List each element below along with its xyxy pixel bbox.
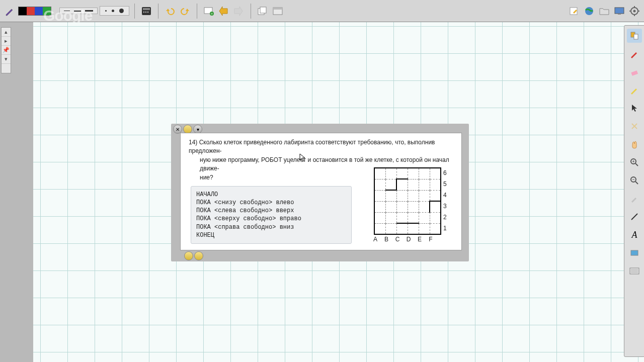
line-style-picker[interactable] (100, 6, 129, 16)
next-page-icon[interactable] (232, 5, 246, 18)
paper-frame[interactable]: ✕ ▾ 14) Сколько клеток приведенного лаби… (171, 124, 469, 261)
monitor-icon[interactable] (613, 5, 626, 18)
maze-row-1: 1 (443, 225, 447, 232)
svg-rect-34 (630, 268, 639, 274)
swatch-black[interactable] (19, 7, 27, 15)
maze-row-6: 6 (443, 169, 447, 176)
color-picker[interactable] (18, 7, 51, 16)
left-sidebar: ▴ ▸ 📌 ▾ (0, 22, 33, 362)
window-icon[interactable] (271, 5, 284, 18)
maze-grid: 6 5 4 3 2 1 A B C D E F (374, 167, 441, 235)
svg-line-26 (635, 163, 638, 166)
program-line: КОНЕЦ (196, 231, 346, 239)
blank-icon (2, 64, 11, 73)
svg-line-30 (635, 182, 638, 184)
svg-rect-15 (618, 14, 621, 15)
documents-icon[interactable] (256, 5, 269, 18)
fill-tool-icon[interactable] (627, 246, 642, 260)
question-number: 14) (189, 139, 197, 146)
maze-col-A: A (373, 236, 378, 243)
program-line: ПОКА <слева свободно> вверх (196, 207, 346, 215)
pen-icon[interactable] (3, 5, 16, 18)
swatch-blue[interactable] (35, 7, 43, 15)
swatch-red[interactable] (27, 7, 35, 15)
svg-point-4 (147, 11, 148, 12)
highlighter-tool-icon[interactable] (627, 83, 642, 97)
maze-row-3: 3 (443, 203, 447, 210)
maze-col-E: E (417, 236, 422, 243)
eyedropper-icon[interactable] (627, 192, 642, 206)
new-page-icon[interactable]: + (202, 5, 215, 18)
svg-text:+: + (211, 12, 213, 16)
snap-tool-icon[interactable] (627, 119, 642, 133)
line-width-picker[interactable] (59, 8, 98, 14)
line-tool-icon[interactable] (627, 210, 642, 224)
pointer-tool-icon[interactable] (627, 101, 642, 115)
svg-rect-33 (631, 250, 638, 255)
question-line1: Сколько клеток приведенного лабиринта со… (189, 139, 435, 154)
svg-line-32 (631, 214, 637, 220)
folder-icon[interactable] (598, 5, 611, 18)
chevron-down-icon[interactable]: ▾ (2, 55, 11, 64)
swatch-green[interactable] (43, 7, 51, 15)
program-code: НАЧАЛО ПОКА <снизу свободно> влево ПОКА … (191, 186, 352, 244)
maze-col-F: F (428, 236, 433, 243)
program-line: ПОКА <справа свободно> вниз (196, 223, 346, 231)
top-toolbar: + (0, 0, 644, 22)
left-collapse-widget[interactable]: ▴ ▸ 📌 ▾ (1, 27, 11, 73)
svg-rect-24 (631, 70, 638, 76)
edit-icon[interactable] (568, 5, 581, 18)
maze-col-C: C (395, 236, 400, 243)
calculator-icon[interactable] (140, 5, 153, 18)
redo-icon[interactable] (179, 5, 192, 18)
svg-point-2 (143, 11, 144, 12)
text-tool-icon[interactable]: A (627, 228, 642, 242)
svg-rect-1 (143, 8, 150, 10)
eraser-tool-icon[interactable] (627, 65, 642, 79)
keyboard-tool-icon[interactable] (627, 264, 642, 278)
handle-btn-2[interactable] (194, 251, 203, 260)
pin-icon[interactable]: 📌 (2, 46, 11, 55)
svg-point-3 (145, 11, 146, 12)
prev-page-icon[interactable] (217, 5, 230, 18)
question-line3: ние? (200, 173, 213, 182)
program-line: ПОКА <сверху свободно> вправо (196, 215, 346, 223)
maze-row-2: 2 (443, 214, 447, 221)
svg-point-17 (633, 10, 636, 12)
gear-icon[interactable] (628, 5, 641, 18)
maze-col-B: B (384, 236, 389, 243)
paper-content: 14) Сколько клеток приведенного лабиринт… (180, 133, 462, 250)
svg-rect-11 (273, 8, 282, 10)
program-line: НАЧАЛО (196, 191, 346, 199)
globe-icon[interactable] (583, 5, 596, 18)
cursor-icon (299, 153, 306, 162)
pen-tool-icon[interactable] (627, 47, 642, 61)
undo-icon[interactable] (164, 5, 177, 18)
right-tool-panel: A (624, 25, 644, 357)
handle-btn-1[interactable] (184, 251, 193, 260)
svg-rect-23 (634, 34, 638, 39)
hand-tool-icon[interactable] (627, 137, 642, 151)
maze-col-D: D (406, 236, 411, 243)
maze-row-4: 4 (443, 192, 447, 199)
program-line: ПОКА <снизу свободно> влево (196, 199, 346, 207)
svg-rect-14 (615, 8, 624, 14)
chevron-right-icon[interactable]: ▸ (2, 37, 11, 46)
svg-rect-9 (260, 7, 266, 13)
maze-row-5: 5 (443, 180, 447, 188)
move-tool-icon[interactable] (627, 29, 642, 43)
zoom-in-icon[interactable] (627, 155, 642, 169)
zoom-out-icon[interactable] (627, 173, 642, 188)
embedded-document-window[interactable]: ✕ ▾ 14) Сколько клеток приведенного лаби… (171, 124, 469, 261)
chevron-up-icon[interactable]: ▴ (2, 28, 11, 37)
